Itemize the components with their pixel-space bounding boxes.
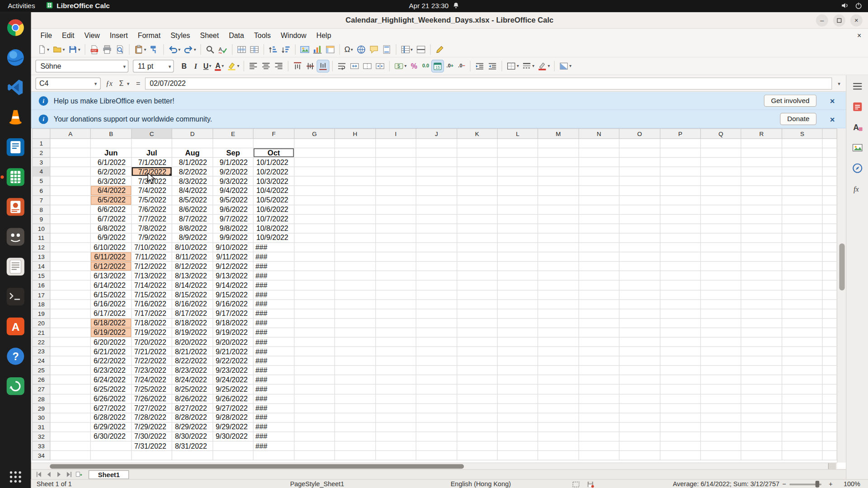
cell-L4[interactable] bbox=[497, 167, 538, 177]
cell-F15[interactable]: ### bbox=[254, 271, 294, 281]
cell-Q20[interactable] bbox=[701, 318, 741, 328]
clock-menu[interactable]: Apr 21 23:30 bbox=[409, 2, 459, 10]
cell-J13[interactable] bbox=[416, 252, 457, 262]
cell-K16[interactable] bbox=[457, 281, 497, 290]
cell-P8[interactable] bbox=[660, 205, 701, 214]
cell-J21[interactable] bbox=[416, 328, 457, 337]
cell-I6[interactable] bbox=[375, 186, 416, 195]
cell-D22[interactable]: 8/20/2022 bbox=[172, 337, 213, 347]
cell-Q23[interactable] bbox=[701, 347, 741, 356]
cell-I13[interactable] bbox=[375, 252, 416, 262]
cell-S27[interactable] bbox=[782, 385, 822, 394]
cell-Q10[interactable] bbox=[701, 224, 741, 233]
cell-C9[interactable]: 7/7/2022 bbox=[132, 214, 172, 224]
cell-N20[interactable] bbox=[579, 318, 619, 328]
cell-R8[interactable] bbox=[741, 205, 782, 214]
cell-F12[interactable]: ### bbox=[254, 243, 294, 252]
cell-O32[interactable] bbox=[619, 432, 660, 441]
horizontal-scrollbar-thumb[interactable] bbox=[50, 464, 464, 469]
cell-S19[interactable] bbox=[782, 309, 822, 318]
column-icon[interactable] bbox=[249, 44, 260, 56]
cell-Q25[interactable] bbox=[701, 366, 741, 375]
cell-K30[interactable] bbox=[457, 413, 497, 422]
cell-E4[interactable]: 9/2/2022 bbox=[213, 167, 254, 177]
cell-L28[interactable] bbox=[497, 394, 538, 404]
cell-R7[interactable] bbox=[741, 195, 782, 205]
cell-B4[interactable]: 6/2/2022 bbox=[91, 167, 132, 177]
cell-G8[interactable] bbox=[294, 205, 335, 214]
cell-S25[interactable] bbox=[782, 366, 822, 375]
row-header-27[interactable]: 27 bbox=[33, 385, 50, 394]
cell-H16[interactable] bbox=[335, 281, 375, 290]
cell-A27[interactable] bbox=[50, 385, 91, 394]
cell-partial-row-16[interactable] bbox=[822, 281, 836, 290]
zoom-slider[interactable] bbox=[789, 480, 821, 488]
indent-inc-icon[interactable] bbox=[474, 60, 486, 72]
cell-G19[interactable] bbox=[294, 309, 335, 318]
cell-P11[interactable] bbox=[660, 233, 701, 243]
cell-N23[interactable] bbox=[579, 347, 619, 356]
cell-Q2[interactable] bbox=[701, 148, 741, 158]
cell-R22[interactable] bbox=[741, 337, 782, 347]
cell-R14[interactable] bbox=[741, 262, 782, 271]
cell-F33[interactable]: ### bbox=[254, 441, 294, 451]
cell-O18[interactable] bbox=[619, 300, 660, 309]
cell-N8[interactable] bbox=[579, 205, 619, 214]
cell-R23[interactable] bbox=[741, 347, 782, 356]
cell-B7[interactable]: 6/5/2022 bbox=[91, 195, 132, 205]
row-header-31[interactable]: 31 bbox=[33, 422, 50, 432]
cell-F4[interactable]: 10/2/2022 bbox=[254, 167, 294, 177]
cell-C18[interactable]: 7/16/2022 bbox=[132, 300, 172, 309]
cell-D9[interactable]: 8/7/2022 bbox=[172, 214, 213, 224]
cell-R11[interactable] bbox=[741, 233, 782, 243]
cell-R19[interactable] bbox=[741, 309, 782, 318]
cell-Q15[interactable] bbox=[701, 271, 741, 281]
cell-B15[interactable]: 6/13/2022 bbox=[91, 271, 132, 281]
cell-I11[interactable] bbox=[375, 233, 416, 243]
cell-H6[interactable] bbox=[335, 186, 375, 195]
cell-G9[interactable] bbox=[294, 214, 335, 224]
cell-B10[interactable]: 6/8/2022 bbox=[91, 224, 132, 233]
cell-Q7[interactable] bbox=[701, 195, 741, 205]
cell-O27[interactable] bbox=[619, 385, 660, 394]
cell-A14[interactable] bbox=[50, 262, 91, 271]
cell-D10[interactable]: 8/8/2022 bbox=[172, 224, 213, 233]
cell-E26[interactable]: 9/24/2022 bbox=[213, 375, 254, 385]
cell-F10[interactable]: 10/8/2022 bbox=[254, 224, 294, 233]
cell-G24[interactable] bbox=[294, 356, 335, 366]
cell-L9[interactable] bbox=[497, 214, 538, 224]
cell-A17[interactable] bbox=[50, 290, 91, 300]
cell-partial-row-8[interactable] bbox=[822, 205, 836, 214]
col-header-A[interactable]: A bbox=[50, 129, 91, 139]
col-header-N[interactable]: N bbox=[579, 129, 619, 139]
cell-K3[interactable] bbox=[457, 158, 497, 167]
cell-C2[interactable]: Jul bbox=[132, 148, 172, 158]
cell-I1[interactable] bbox=[375, 139, 416, 148]
cell-P28[interactable] bbox=[660, 394, 701, 404]
name-box[interactable]: C4 ▾ bbox=[35, 77, 100, 89]
chrome-icon[interactable] bbox=[5, 17, 26, 38]
cell-J18[interactable] bbox=[416, 300, 457, 309]
cell-H2[interactable] bbox=[335, 148, 375, 158]
cell-P4[interactable] bbox=[660, 167, 701, 177]
cell-K10[interactable] bbox=[457, 224, 497, 233]
impress-icon[interactable] bbox=[5, 197, 26, 218]
cell-B29[interactable]: 6/27/2022 bbox=[91, 404, 132, 413]
cell-M16[interactable] bbox=[538, 281, 579, 290]
cell-K34[interactable] bbox=[457, 450, 497, 460]
cell-M2[interactable] bbox=[538, 148, 579, 158]
cell-C26[interactable]: 7/24/2022 bbox=[132, 375, 172, 385]
highlight-color-icon[interactable]: ▾ bbox=[226, 60, 241, 72]
cell-S22[interactable] bbox=[782, 337, 822, 347]
indent-dec-icon[interactable] bbox=[487, 60, 499, 72]
cell-D3[interactable]: 8/1/2022 bbox=[172, 158, 213, 167]
cell-D6[interactable]: 8/4/2022 bbox=[172, 186, 213, 195]
row-header-5[interactable]: 5 bbox=[33, 176, 50, 186]
navigator-icon[interactable] bbox=[850, 162, 864, 175]
cell-N19[interactable] bbox=[579, 309, 619, 318]
cell-G22[interactable] bbox=[294, 337, 335, 347]
cell-A13[interactable] bbox=[50, 252, 91, 262]
cell-P12[interactable] bbox=[660, 243, 701, 252]
cell-R25[interactable] bbox=[741, 366, 782, 375]
cell-R28[interactable] bbox=[741, 394, 782, 404]
